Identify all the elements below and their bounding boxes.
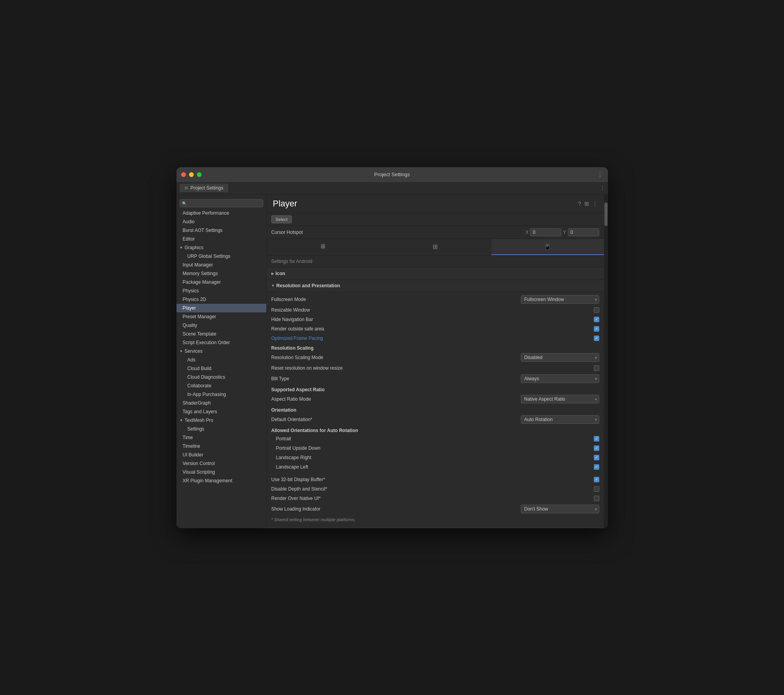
scrollbar-thumb[interactable] — [604, 202, 608, 226]
maximize-button[interactable] — [197, 172, 202, 177]
resolution-scaling-label: Resolution Scaling — [267, 343, 604, 352]
sidebar-group-services[interactable]: ▼ Services — [176, 347, 266, 356]
sidebar-item-time[interactable]: Time — [176, 433, 266, 442]
setting-blit-type: Blit Type Always — [267, 373, 604, 385]
sidebar-item-xr-plugin[interactable]: XR Plugin Management — [176, 476, 266, 485]
setting-default-orientation: Default Orientation* Auto Rotation — [267, 414, 604, 425]
help-icon[interactable]: ? — [578, 201, 581, 207]
window-title: Project Settings — [374, 171, 410, 177]
resolution-scaling-mode-label: Resolution Scaling Mode — [271, 355, 521, 360]
fullscreen-mode-label: Fullscreen Mode — [271, 297, 521, 302]
render-safe-area-checkbox[interactable] — [594, 326, 599, 332]
close-button[interactable] — [181, 172, 186, 177]
platform-tab-web[interactable]: ⊞ — [379, 239, 491, 255]
setting-hide-nav-bar: Hide Navigation Bar — [267, 315, 604, 324]
sidebar-item-collaborate[interactable]: Collaborate — [176, 381, 266, 390]
sidebar-item-package[interactable]: Package Manager — [176, 278, 266, 286]
minimize-button[interactable] — [189, 172, 194, 177]
section-icon-header[interactable]: ▶ Icon — [267, 268, 604, 280]
sidebar-item-scene-template[interactable]: Scene Template — [176, 330, 266, 338]
reset-resolution-checkbox[interactable] — [594, 365, 599, 371]
sidebar-item-cloud-build[interactable]: Cloud Build — [176, 364, 266, 373]
sidebar-item-script-order[interactable]: Script Execution Order — [176, 338, 266, 347]
more-icon[interactable]: ⋮ — [592, 201, 598, 207]
select-button[interactable]: Select — [271, 215, 292, 223]
section-resolution-header[interactable]: ▼ Resolution and Presentation — [267, 280, 604, 292]
search-input[interactable] — [180, 199, 263, 207]
sidebar-item-burst-aot[interactable]: Burst AOT Settings — [176, 226, 266, 235]
platform-tab-desktop[interactable]: 🖥 — [267, 239, 379, 255]
sidebar-item-shadergraph[interactable]: ShaderGraph — [176, 399, 266, 407]
page-title: Player — [273, 199, 578, 209]
resizable-window-checkbox[interactable] — [594, 307, 599, 313]
aspect-ratio-mode-dropdown[interactable]: Native Aspect Ratio — [521, 395, 599, 403]
sidebar-item-textmesh-settings[interactable]: Settings — [176, 425, 266, 433]
portrait-checkbox[interactable] — [594, 436, 599, 441]
sidebar-item-ads[interactable]: Ads — [176, 356, 266, 364]
sidebar-item-physics2d[interactable]: Physics 2D — [176, 295, 266, 304]
platform-tab-android[interactable]: 📱 — [491, 239, 604, 255]
resolution-scaling-dropdown-wrap: Disabled — [521, 353, 599, 362]
collapse-icon: ▶ — [271, 272, 274, 275]
render-safe-area-label: Render outside safe area — [271, 326, 594, 332]
landscape-right-checkbox[interactable] — [594, 455, 599, 460]
sidebar-item-visual-scripting[interactable]: Visual Scripting — [176, 468, 266, 476]
sidebar-item-ui-builder[interactable]: UI Builder — [176, 451, 266, 459]
sidebar-group-graphics[interactable]: ▼ Graphics — [176, 243, 266, 252]
landscape-left-checkbox[interactable] — [594, 464, 599, 470]
sliders-icon[interactable]: ⊞ — [584, 201, 589, 207]
sidebar-item-quality[interactable]: Quality — [176, 321, 266, 330]
sidebar-item-preset[interactable]: Preset Manager — [176, 312, 266, 321]
hide-nav-bar-checkbox[interactable] — [594, 317, 599, 322]
setting-disable-depth: Disable Depth and Stencil* — [267, 484, 604, 494]
sidebar-item-version-control[interactable]: Version Control — [176, 459, 266, 468]
sidebar-item-timeline[interactable]: Timeline — [176, 442, 266, 451]
tab-menu-icon[interactable]: ⋮ — [600, 185, 605, 191]
sidebar-item-audio[interactable]: Audio — [176, 217, 266, 226]
sidebar-item-tags-layers[interactable]: Tags and Layers — [176, 407, 266, 416]
aspect-ratio-mode-label: Aspect Ratio Mode — [271, 396, 521, 402]
sidebar-item-input-manager[interactable]: Input Manager — [176, 261, 266, 269]
sidebar-group-textmesh[interactable]: ▼ TextMesh Pro — [176, 416, 266, 425]
collapse-icon: ▼ — [271, 284, 275, 288]
optimized-frame-label[interactable]: Optimized Frame Pacing — [271, 336, 594, 341]
portrait-upside-down-checkbox[interactable] — [594, 445, 599, 451]
fullscreen-mode-dropdown[interactable]: Fullscreen Window — [521, 295, 599, 304]
default-orientation-dropdown[interactable]: Auto Rotation — [521, 415, 599, 424]
setting-portrait-upside-down: Portrait Upside Down — [267, 443, 604, 453]
optimized-frame-checkbox[interactable] — [594, 336, 599, 341]
project-settings-tab[interactable]: ⚙ Project Settings — [180, 184, 228, 192]
disable-depth-checkbox[interactable] — [594, 486, 599, 492]
x-input[interactable] — [530, 228, 561, 236]
blit-type-dropdown[interactable]: Always — [521, 374, 599, 383]
sidebar: 🔍 Adaptive Performance Audio Burst AOT S… — [176, 195, 267, 528]
sidebar-item-physics[interactable]: Physics — [176, 286, 266, 295]
setting-render-safe-area: Render outside safe area — [267, 324, 604, 334]
loading-indicator-dropdown[interactable]: Don't Show — [521, 505, 599, 513]
section-splash-header[interactable]: ▶ Splash Image — [267, 526, 604, 528]
resizable-window-label: Resizable Window — [271, 307, 594, 313]
sidebar-item-label: Services — [184, 348, 202, 354]
setting-portrait: Portrait — [267, 434, 604, 443]
display-buffer-checkbox[interactable] — [594, 477, 599, 482]
render-native-ui-label: Render Over Native UI* — [271, 496, 594, 501]
platform-tabs: 🖥 ⊞ 📱 — [267, 239, 604, 255]
resolution-scaling-mode-dropdown[interactable]: Disabled — [521, 353, 599, 362]
y-label: Y — [563, 230, 566, 235]
sidebar-item-iap[interactable]: In-App Purchasing — [176, 390, 266, 399]
expand-icon: ▼ — [180, 418, 183, 422]
blit-type-dropdown-wrap: Always — [521, 374, 599, 383]
coord-field: X Y — [525, 228, 599, 236]
aspect-ratio-dropdown-wrap: Native Aspect Ratio — [521, 395, 599, 403]
reset-resolution-label: Reset resolution on window resize — [271, 365, 594, 371]
sidebar-item-editor[interactable]: Editor — [176, 235, 266, 243]
sidebar-item-player[interactable]: Player — [176, 304, 266, 312]
sidebar-item-adaptive-performance[interactable]: Adaptive Performance — [176, 209, 266, 217]
sidebar-item-cloud-diagnostics[interactable]: Cloud Diagnostics — [176, 373, 266, 381]
sidebar-item-memory[interactable]: Memory Settings — [176, 269, 266, 278]
y-input[interactable] — [568, 228, 599, 236]
render-native-ui-checkbox[interactable] — [594, 496, 599, 501]
window-menu-icon[interactable]: ⋮ — [597, 171, 603, 178]
traffic-lights — [181, 172, 202, 177]
sidebar-item-urp[interactable]: URP Global Settings — [176, 252, 266, 261]
